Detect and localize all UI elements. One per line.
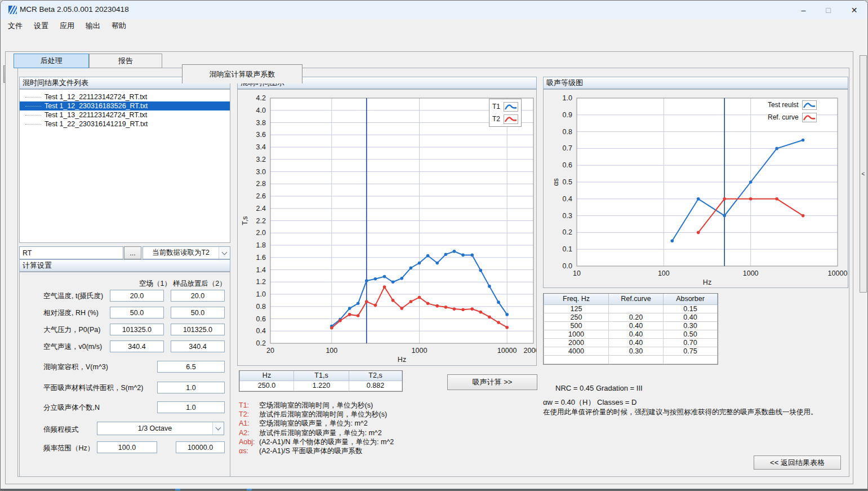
- table-header-row: Freq. HzRef.curveAbsorber: [544, 294, 718, 304]
- curve-icon: [504, 114, 518, 124]
- data-mode-dropdown[interactable]: 当前数据读取为T2: [143, 246, 230, 259]
- aw-result: αw = 0.40（H） Classes = D: [543, 397, 636, 408]
- note-line: T2:放试件后混响室的混响时间，单位为秒(s): [239, 410, 394, 419]
- param-value-1[interactable]: [110, 307, 164, 319]
- param-value-2[interactable]: [171, 290, 225, 302]
- note-text: 放试件后混响室的混响时间，单位为秒(s): [259, 410, 387, 419]
- table-row[interactable]: 5000.400.30: [544, 321, 718, 330]
- tab-strip: 文档设置通道设置混响室计算吸声系数: [1, 32, 867, 51]
- absorption-calc-button[interactable]: 吸声计算 >>: [447, 374, 537, 390]
- subtab-报告[interactable]: 报告: [89, 54, 162, 68]
- param-label: 平面吸声材料试件面积，S(m^2): [43, 383, 143, 393]
- svg-text:3.4: 3.4: [256, 143, 266, 151]
- octave-mode-dropdown[interactable]: 1/3 Octave: [97, 422, 224, 435]
- svg-text:0.7: 0.7: [563, 144, 572, 152]
- table-cell: 500: [544, 321, 609, 330]
- legend-entry: Test reulst: [768, 99, 817, 111]
- freq-max-input[interactable]: [176, 441, 225, 453]
- table-row[interactable]: 2500.200.40: [544, 313, 718, 321]
- param-label: 空气声速，v0(m/s): [43, 342, 102, 352]
- maximize-icon[interactable]: □: [816, 1, 841, 19]
- column-header-with-sample: 样品放置后（2）: [167, 279, 232, 289]
- table-cell: 2000: [544, 338, 609, 347]
- collapse-panel-strip[interactable]: <: [860, 55, 867, 293]
- file-list[interactable]: Test 1_12_221123142724_RT.txtTest 1_12_2…: [19, 89, 230, 243]
- svg-text:1.8: 1.8: [256, 241, 266, 249]
- list-item[interactable]: Test 1_12_230316183526_RT.txt: [20, 101, 230, 110]
- menu-item-文件[interactable]: 文件: [6, 20, 24, 32]
- table-row[interactable]: [544, 355, 718, 364]
- octave-mode-label: 倍频程模式: [43, 425, 79, 435]
- svg-text:0.8: 0.8: [563, 128, 572, 136]
- table-cell: [664, 355, 718, 364]
- minimize-icon[interactable]: –: [791, 1, 816, 19]
- svg-text:10000: 10000: [828, 269, 848, 277]
- chart-canvas[interactable]: 0.20.40.60.81.01.21.41.61.82.02.22.42.62…: [238, 90, 536, 365]
- tab-混响室计算吸声系数[interactable]: 混响室计算吸声系数: [182, 64, 302, 83]
- table-row[interactable]: 20000.400.70: [544, 338, 718, 347]
- param-value[interactable]: [157, 382, 225, 393]
- calc-settings-form: 空场（1）样品放置后（2）空气温度, t(摄氏度)相对湿度, RH (%)大气压…: [19, 272, 230, 477]
- param-value-2[interactable]: [171, 307, 225, 319]
- note-text: 放试件后混响室的吸声量，单位为: m^2: [259, 428, 382, 437]
- param-value[interactable]: [157, 361, 225, 373]
- svg-text:1000: 1000: [743, 269, 759, 277]
- param-value-2[interactable]: [171, 340, 225, 352]
- table-cell: 125: [544, 304, 609, 313]
- grade-table[interactable]: Freq. HzRef.curveAbsorber1250.152500.200…: [543, 293, 718, 365]
- svg-text:0.2: 0.2: [563, 228, 572, 236]
- table-row[interactable]: 250.01.2200.882: [240, 381, 402, 391]
- param-value-1[interactable]: [110, 324, 164, 335]
- freq-min-input[interactable]: [97, 441, 157, 453]
- param-value-2[interactable]: [171, 324, 225, 335]
- table-row[interactable]: 10000.400.50: [544, 330, 718, 338]
- svg-text:αs: αs: [552, 178, 560, 185]
- menu-item-帮助[interactable]: 帮助: [110, 20, 128, 32]
- table-cell: 0.40: [609, 330, 664, 338]
- browse-button[interactable]: ...: [124, 246, 141, 259]
- curve-icon: [802, 113, 817, 122]
- chart-legend: Test reulstRef. curve: [768, 99, 817, 123]
- svg-text:2.6: 2.6: [256, 192, 266, 200]
- note-text: 空场混响室的混响时间，单位为秒(s): [259, 401, 373, 410]
- param-value[interactable]: [157, 401, 225, 413]
- note-key: A1:: [239, 419, 259, 428]
- rt-name-input[interactable]: [19, 246, 123, 259]
- return-results-button[interactable]: << 返回结果表格: [754, 455, 841, 470]
- svg-text:0.1: 0.1: [563, 245, 572, 253]
- list-item[interactable]: Test 1_12_221123142724_RT.txt: [20, 92, 230, 101]
- menu-item-输出[interactable]: 输出: [84, 20, 102, 32]
- legend-label: Test reulst: [768, 101, 799, 109]
- close-icon[interactable]: ✕: [842, 1, 867, 19]
- grade-chart[interactable]: 0.00.10.20.30.40.50.60.70.80.91.01010010…: [543, 89, 848, 288]
- svg-text:0.5: 0.5: [563, 178, 572, 186]
- svg-text:0.0: 0.0: [563, 262, 572, 270]
- param-label: 分立吸声体个数,N: [43, 403, 100, 413]
- legend-entry: T1: [492, 100, 518, 113]
- return-results-label: << 返回结果表格: [770, 458, 825, 468]
- rt-chart[interactable]: 0.20.40.60.81.01.21.41.61.82.02.22.42.62…: [237, 89, 537, 366]
- octave-mode-value: 1/3 Octave: [97, 424, 212, 432]
- file-name: Test 1_12_230316183526_RT.txt: [44, 102, 148, 110]
- table-row[interactable]: 40000.300.75: [544, 347, 718, 355]
- svg-text:0.4: 0.4: [256, 327, 266, 335]
- data-mode-value: 当前数据读取为T2: [143, 248, 219, 258]
- menu-item-应用[interactable]: 应用: [58, 20, 76, 32]
- svg-text:1.0: 1.0: [256, 290, 266, 298]
- param-value-1[interactable]: [110, 340, 164, 352]
- list-item[interactable]: Test 1_22_230316141219_RT.txt: [20, 120, 230, 129]
- list-item[interactable]: Test 1_13_221123142724_RT.txt: [20, 110, 230, 120]
- svg-text:1000: 1000: [412, 347, 428, 355]
- svg-text:0.4: 0.4: [563, 195, 572, 203]
- absorption-calc-label: 吸声计算 >>: [473, 377, 513, 387]
- param-value-1[interactable]: [110, 290, 164, 302]
- column-header: Hz: [240, 371, 294, 381]
- svg-text:20: 20: [266, 347, 274, 355]
- menu-item-设置[interactable]: 设置: [32, 20, 50, 32]
- subtab-后处理[interactable]: 后处理: [14, 54, 89, 68]
- svg-text:2.0: 2.0: [256, 229, 266, 237]
- note-key: T1:: [239, 401, 259, 410]
- note-line: T1:空场混响室的混响时间，单位为秒(s): [239, 401, 394, 410]
- curve-icon: [504, 102, 518, 112]
- table-row[interactable]: 1250.15: [544, 304, 718, 313]
